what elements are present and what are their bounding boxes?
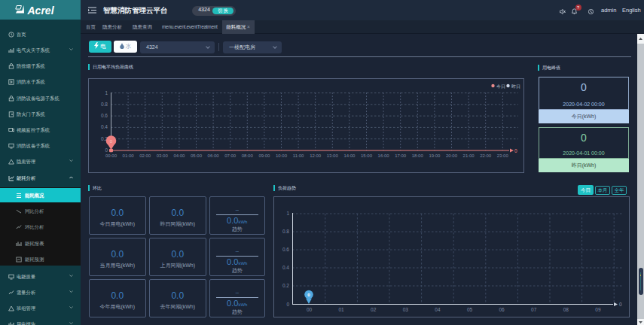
svg-text:0.8: 0.8 (282, 229, 289, 234)
svg-text:06: 06 (499, 307, 505, 312)
svg-text:03:00: 03:00 (157, 153, 169, 158)
svg-text:0: 0 (286, 302, 289, 307)
svg-text:04:00: 04:00 (173, 153, 185, 158)
svg-text:今日: 今日 (496, 84, 505, 90)
svg-text:00:00: 00:00 (105, 153, 118, 158)
svg-text:0: 0 (105, 147, 108, 153)
svg-text:昨日: 昨日 (511, 84, 520, 90)
svg-text:19:00: 19:00 (429, 153, 441, 158)
svg-text:0.6: 0.6 (282, 247, 289, 252)
svg-text:10:00: 10:00 (276, 153, 288, 158)
svg-text:1: 1 (286, 211, 289, 216)
svg-text:0.6: 0.6 (101, 113, 108, 118)
svg-text:Acrel: Acrel (27, 5, 55, 17)
svg-text:08:00: 08:00 (242, 153, 254, 158)
svg-text:0: 0 (514, 148, 517, 153)
svg-text:13:00: 13:00 (327, 153, 339, 158)
svg-text:1: 1 (105, 90, 108, 96)
svg-text:23:00: 23:00 (497, 153, 509, 158)
svg-text:01:00: 01:00 (123, 153, 135, 158)
svg-text:11:00: 11:00 (293, 153, 304, 158)
svg-text:0.4: 0.4 (101, 124, 108, 129)
svg-text:09:00: 09:00 (258, 153, 270, 158)
svg-text:07:00: 07:00 (224, 153, 237, 158)
svg-text:09: 09 (595, 307, 601, 312)
svg-text:00: 00 (307, 307, 313, 312)
svg-text:17:00: 17:00 (395, 153, 407, 158)
svg-text:20:00: 20:00 (446, 153, 458, 158)
svg-text:12:00: 12:00 (310, 153, 322, 158)
svg-text:07: 07 (531, 307, 537, 312)
svg-text:08: 08 (563, 307, 569, 312)
svg-text:0.4: 0.4 (282, 265, 289, 270)
svg-text:22:00: 22:00 (480, 153, 492, 158)
svg-text:18:00: 18:00 (412, 153, 424, 158)
svg-text:14:00: 14:00 (343, 153, 356, 158)
svg-text:05:00: 05:00 (191, 153, 203, 158)
svg-text:04: 04 (435, 307, 441, 312)
svg-text:16:00: 16:00 (378, 153, 390, 158)
svg-text:01: 01 (338, 307, 344, 312)
svg-text:0: 0 (307, 292, 310, 297)
svg-text:0: 0 (619, 302, 622, 307)
svg-text:06:00: 06:00 (208, 153, 220, 158)
svg-text:02:00: 02:00 (139, 153, 151, 158)
svg-text:03: 03 (403, 307, 409, 312)
svg-text:0.8: 0.8 (101, 102, 108, 107)
svg-text:02: 02 (371, 307, 377, 312)
svg-text:15:00: 15:00 (361, 153, 373, 158)
svg-text:05: 05 (467, 307, 473, 312)
svg-text:0.2: 0.2 (282, 283, 289, 288)
svg-text:21:00: 21:00 (463, 153, 475, 158)
